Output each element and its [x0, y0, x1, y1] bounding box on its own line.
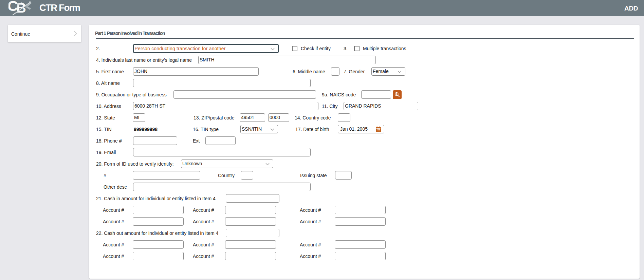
svg-text:B: B — [16, 0, 26, 15]
